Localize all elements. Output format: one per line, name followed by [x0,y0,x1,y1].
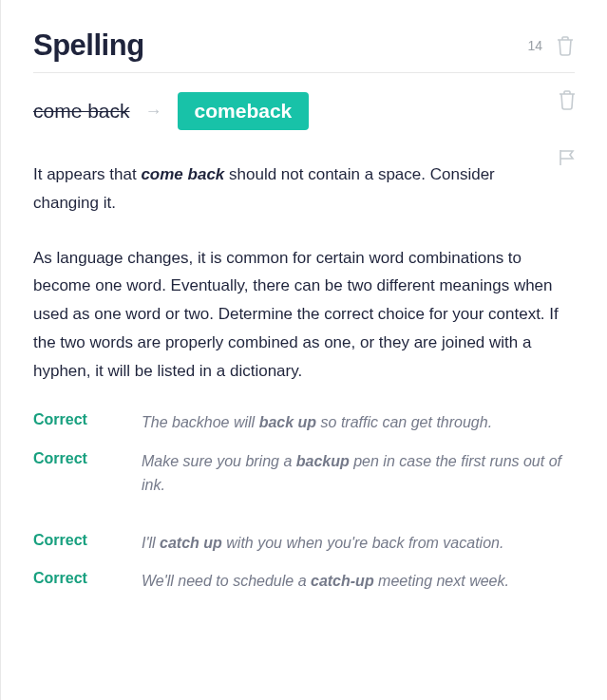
example-group: Correct The backhoe will back up so traf… [33,411,575,497]
original-text: come back [33,100,130,123]
examples-list: Correct The backhoe will back up so traf… [33,411,575,594]
example-label: Correct [33,411,119,435]
card-title: Spelling [33,28,144,63]
example-post: with you when you're back from vacation. [222,535,504,551]
correction-row: come back → comeback [33,92,575,130]
issue-count: 14 [527,38,542,53]
example-row: Correct I'll catch up with you when you'… [33,532,575,556]
example-bold: catch-up [311,573,374,589]
example-row: Correct We'll need to schedule a catch-u… [33,570,575,594]
arrow-icon: → [145,102,162,122]
spelling-card: Spelling 14 come back → comeback It ap [0,0,607,700]
example-row: Correct Make sure you bring a backup pen… [33,450,575,498]
example-label: Correct [33,450,119,498]
example-text: The backhoe will back up so traffic can … [142,411,575,435]
example-pre: I'll [142,535,160,551]
example-bold: back up [259,414,316,430]
detail-text: As language changes, it is common for ce… [33,244,575,386]
flag-icon[interactable] [558,148,577,167]
example-text: Make sure you bring a backup pen in case… [142,450,575,498]
example-label: Correct [33,532,119,556]
example-post: meeting next week. [374,573,509,589]
example-pre: Make sure you bring a [142,453,296,469]
explanation-text: It appears that come back should not con… [33,161,575,218]
example-row: Correct The backhoe will back up so traf… [33,411,575,435]
example-group: Correct I'll catch up with you when you'… [33,532,575,595]
example-pre: We'll need to schedule a [142,573,311,589]
example-pre: The backhoe will [142,414,259,430]
example-post: so traffic can get through. [316,414,492,430]
trash-icon[interactable] [556,35,575,56]
example-bold: catch up [160,535,222,551]
example-bold: backup [296,453,350,469]
example-text: We'll need to schedule a catch-up meetin… [142,570,575,594]
example-label: Correct [33,570,119,594]
example-text: I'll catch up with you when you're back … [142,532,575,556]
explanation-pre: It appears that [33,165,141,183]
trash-icon[interactable] [558,89,577,110]
card-header: Spelling 14 [33,28,575,73]
explanation-highlight: come back [141,165,224,183]
header-actions: 14 [527,35,575,56]
side-actions [558,89,577,167]
suggestion-button[interactable]: comeback [178,92,310,130]
